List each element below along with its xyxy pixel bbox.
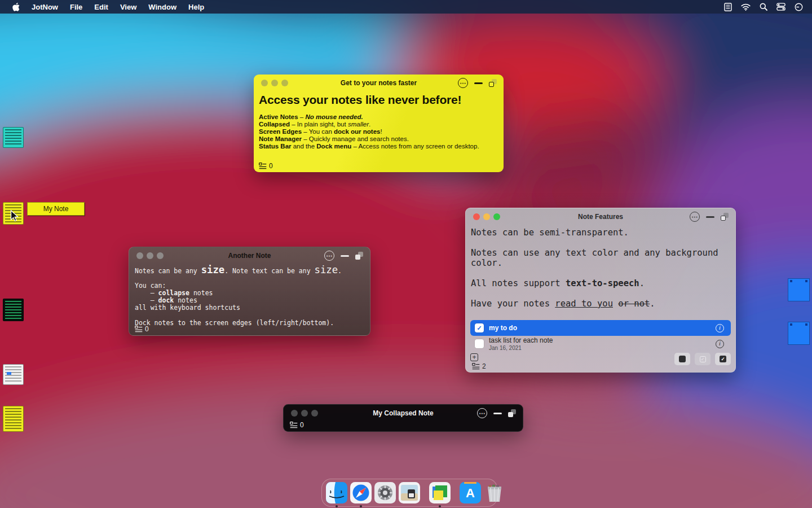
collapsed-note-title: My Note [43,205,69,213]
note-line: Status Bar and the Dock menu – Access no… [259,143,499,150]
task-count: 0 [145,325,149,333]
task-checkbox-checked[interactable]: ✓ [475,323,484,332]
dock-icon-safari[interactable] [350,482,372,503]
task-row-task-list-for-each-note[interactable]: task list for each note Jan 16, 2021 i [470,336,731,352]
close-button[interactable] [261,80,268,86]
dock: A [321,479,497,507]
wifi-icon[interactable] [741,3,751,11]
collapsed-note-thumbnail-black[interactable] [3,299,24,321]
note-title-bar[interactable]: Another Note ⋯ [129,247,370,264]
close-button[interactable] [136,252,143,259]
note-line [135,275,365,282]
dock-icon-app-store[interactable]: A [460,482,481,503]
checked-filter-icon[interactable]: ✓ [715,353,731,365]
note-menu-icon[interactable]: ⋯ [690,212,700,222]
note-line: Screen Edges – You can dock our notes! [259,128,499,135]
task-row-my-to-do[interactable]: ✓ my to do i [470,320,731,336]
docked-note-blue-1[interactable] [788,278,810,301]
minimize-button[interactable] [147,252,153,259]
task-count-footer: 0 [290,421,304,429]
task-count: 0 [300,421,304,429]
mouse-cursor [10,210,19,224]
task-count-footer: 2 [472,362,486,370]
note-body: Active Notes – No mouse needed. Collapse… [259,113,499,150]
note-menu-icon[interactable]: ⋯ [458,78,468,88]
note-title-bar[interactable]: My Collapsed Note ⋯ [284,405,523,422]
dock-icon-preview[interactable] [399,482,420,503]
note-line [471,288,731,299]
task-list-icon [259,163,267,169]
menu-item-window[interactable]: Window [148,3,176,11]
note-line: Active Notes – No mouse needed. [259,113,499,121]
note-body: Notes can be any size. Note text can be … [135,266,365,327]
task-filter-segments: ✓ ✓ [674,353,731,365]
dock-icon-system-preferences[interactable] [374,482,396,503]
collapse-note-icon[interactable] [493,413,502,414]
note-window-note-features: Note Features ⋯ Notes can be semi-transp… [465,208,736,373]
dock-icon-trash[interactable] [484,482,505,503]
duplicate-note-icon[interactable] [355,252,363,260]
note-line [471,268,731,278]
note-line: Dock notes to the screen edges (left/rig… [135,319,365,327]
search-icon[interactable] [760,3,767,11]
docked-note-blue-2[interactable] [788,322,810,345]
control-center-icon[interactable] [776,3,785,11]
note-line: Collapsed – In plain sight, but smaller. [259,121,499,128]
task-controls: + ✓ ✓ [470,353,731,365]
collapsed-note-my-note[interactable]: My Note [27,202,85,216]
collapsed-note-thumbnail-yellow-2[interactable] [3,406,24,432]
task-date: Jan 16, 2021 [489,345,553,351]
menu-item-help[interactable]: Help [188,3,204,11]
zoom-button[interactable] [493,213,500,220]
minimize-button[interactable] [301,410,308,417]
menu-bar: JotNow File Edit View Window Help [0,0,812,14]
task-list: ✓ my to do i task list for each note Jan… [470,320,731,352]
collapse-note-icon[interactable] [474,82,483,84]
minimize-button[interactable] [271,80,278,86]
note-line: Notes can use any text color and any bac… [471,248,731,258]
task-list-icon [290,422,298,428]
note-line: Note Manager – Quickly manage and search… [259,135,499,143]
note-menu-icon[interactable]: ⋯ [324,251,334,261]
task-label: task list for each note [489,336,553,344]
close-button[interactable] [291,410,298,417]
collapsed-note-thumbnail-teal[interactable] [3,127,24,148]
running-indicator [336,505,338,507]
task-list-icon [472,363,480,370]
note-title-bar[interactable]: Get to your notes faster ⋯ [254,75,504,91]
dock-icon-finder[interactable] [326,482,347,503]
note-menu-icon[interactable]: ⋯ [477,408,487,418]
note-line: Have your notes read to you or not. [471,299,731,309]
duplicate-note-icon[interactable] [721,213,729,221]
dock-icon-jotnow[interactable] [429,482,451,503]
zoom-button[interactable] [157,252,164,259]
minimize-button[interactable] [483,213,490,220]
apple-logo-icon[interactable] [12,3,20,11]
notes-status-icon[interactable] [724,3,732,11]
menu-app-name[interactable]: JotNow [32,3,58,11]
all-tasks-filter-icon[interactable] [674,353,690,365]
duplicate-note-icon[interactable] [489,79,497,87]
clock-icon[interactable] [795,3,803,11]
menu-item-edit[interactable]: Edit [94,3,108,11]
menu-item-file[interactable]: File [70,3,82,11]
note-window-my-collapsed-note: My Collapsed Note ⋯ 0 [283,404,523,432]
task-info-icon[interactable]: i [716,324,724,332]
task-count: 0 [269,162,273,170]
note-title-bar[interactable]: Note Features ⋯ [466,208,735,225]
collapse-note-icon[interactable] [341,255,349,257]
note-window-another-note: Another Note ⋯ Notes can be any size. No… [129,247,370,336]
close-button[interactable] [473,213,480,220]
menu-item-view[interactable]: View [120,3,136,11]
collapsed-note-thumbnail-white[interactable] [3,364,24,385]
zoom-button[interactable] [311,410,318,417]
task-checkbox-unchecked[interactable] [475,339,484,348]
task-list-icon [135,326,143,332]
unchecked-filter-icon[interactable]: ✓ [695,353,710,365]
note-line: Notes can be any size. Note text can be … [135,266,365,275]
task-info-icon[interactable]: i [716,340,724,348]
collapse-note-icon[interactable] [706,216,714,218]
duplicate-note-icon[interactable] [508,409,516,417]
zoom-button[interactable] [281,80,288,86]
add-task-button[interactable]: + [470,353,478,361]
